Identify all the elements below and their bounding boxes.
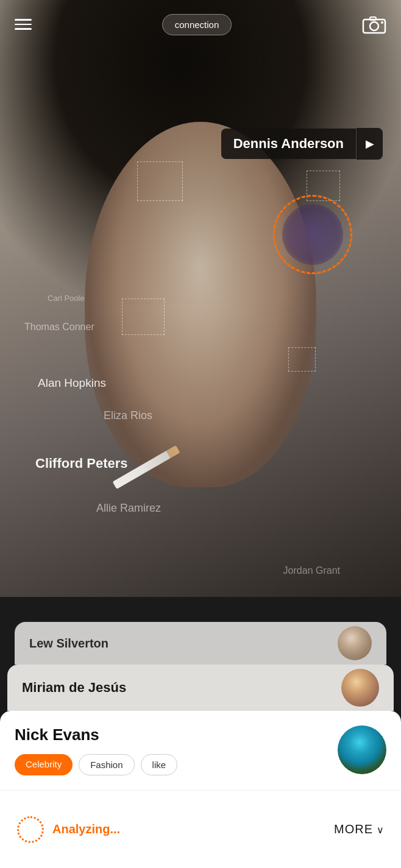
card-miriam[interactable]: Miriam de Jesús xyxy=(7,665,394,711)
tag-celebrity[interactable]: Celebrity xyxy=(15,754,73,775)
card-nick[interactable]: Nick Evans Celebrity Fashion like xyxy=(0,711,401,790)
top-bar: connection xyxy=(0,0,401,49)
photo-background xyxy=(0,0,401,597)
card-miriam-name: Miriam de Jesús xyxy=(22,680,126,696)
more-chevron-icon: ∨ xyxy=(377,824,384,836)
card-nick-tags: Celebrity Fashion like xyxy=(15,754,328,775)
tag-fashion[interactable]: Fashion xyxy=(79,754,134,775)
card-lew-name: Lew Silverton xyxy=(29,637,108,651)
spinner-ring xyxy=(17,816,44,843)
card-miriam-avatar xyxy=(341,669,379,707)
analyzing-section: Analyzing... xyxy=(17,816,120,843)
camera-icon[interactable] xyxy=(362,15,386,34)
svg-rect-2 xyxy=(370,17,376,20)
name-badge-arrow-button[interactable]: ▶ xyxy=(356,128,383,160)
analyzing-spinner xyxy=(17,816,44,843)
face-gradient xyxy=(85,122,316,487)
more-label: MORE xyxy=(334,822,373,836)
card-lew[interactable]: Lew Silverton xyxy=(15,622,386,665)
connection-badge[interactable]: connection xyxy=(162,14,232,35)
more-button[interactable]: MORE ∨ xyxy=(334,822,384,836)
svg-point-3 xyxy=(381,21,383,24)
cards-section: Lew Silverton Miriam de Jesús Nick Evans… xyxy=(0,622,401,790)
card-lew-avatar xyxy=(338,626,372,660)
card-nick-name: Nick Evans xyxy=(15,725,328,744)
name-badge-text: Dennis Anderson xyxy=(221,129,356,159)
menu-button[interactable] xyxy=(15,19,32,30)
svg-point-1 xyxy=(370,22,378,30)
name-badge: Dennis Anderson ▶ xyxy=(221,128,383,160)
analyzing-text: Analyzing... xyxy=(52,822,120,836)
card-nick-content: Nick Evans Celebrity Fashion like xyxy=(15,725,328,775)
tag-like[interactable]: like xyxy=(141,754,178,775)
connection-label: connection xyxy=(175,19,219,30)
card-nick-avatar xyxy=(338,725,386,774)
bottom-bar: Analyzing... MORE ∨ xyxy=(0,790,401,868)
